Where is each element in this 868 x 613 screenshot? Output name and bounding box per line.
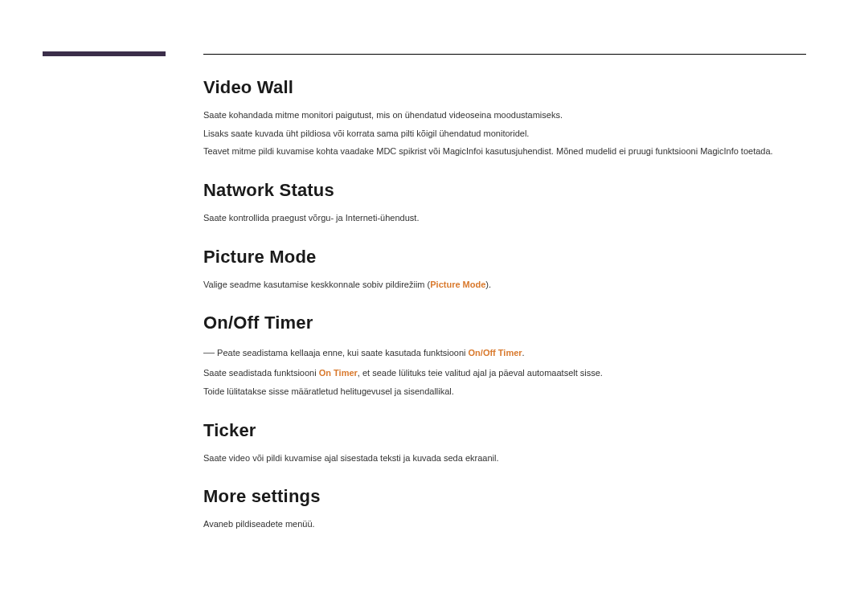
heading-video-wall: Video Wall	[203, 77, 806, 98]
highlight-picture-mode: Picture Mode	[430, 280, 485, 289]
text: Teavet mitme pildi kuvamise kohta vaadak…	[203, 144, 806, 159]
section-on-off-timer: On/Off Timer ― Peate seadistama kellaaja…	[203, 313, 806, 398]
text: Saate video või pildi kuvamise ajal sise…	[203, 451, 806, 466]
text: Lisaks saate kuvada üht pildiosa või kor…	[203, 126, 806, 141]
highlight-on-timer: On Timer	[319, 368, 358, 378]
text-fragment: Peate seadistama kellaaja enne, kui saat…	[217, 348, 468, 358]
text: Saate kontrollida praegust võrgu- ja Int…	[203, 210, 806, 226]
text: Valige seadme kasutamise keskkonnale sob…	[203, 277, 806, 292]
heading-ticker: Ticker	[203, 420, 806, 441]
text-fragment: .	[522, 348, 525, 358]
page-content: Video Wall Saate kohandada mitme monitor…	[203, 77, 806, 553]
note-dash-icon: ―	[203, 345, 215, 358]
section-ticker: Ticker Saate video või pildi kuvamise aj…	[203, 420, 806, 466]
page-tab-marker	[43, 51, 166, 56]
text: Saate kohandada mitme monitori paigutust…	[203, 108, 806, 123]
text-fragment: ).	[485, 280, 491, 289]
section-video-wall: Video Wall Saate kohandada mitme monitor…	[203, 77, 806, 159]
text-fragment: Saate seadistada funktsiooni	[203, 368, 319, 378]
text: Saate seadistada funktsiooni On Timer, e…	[203, 366, 806, 381]
heading-more-settings: More settings	[203, 486, 806, 507]
section-network-status: Natwork Status Saate kontrollida praegus…	[203, 180, 806, 226]
section-picture-mode: Picture Mode Valige seadme kasutamise ke…	[203, 247, 806, 292]
note: ― Peate seadistama kellaaja enne, kui sa…	[203, 343, 806, 362]
text: Avaneb pildiseadete menüü.	[203, 517, 806, 532]
heading-on-off-timer: On/Off Timer	[203, 313, 806, 333]
heading-network-status: Natwork Status	[203, 180, 806, 201]
heading-picture-mode: Picture Mode	[203, 247, 806, 268]
highlight-on-off-timer: On/Off Timer	[469, 348, 522, 358]
text-fragment: , et seade lülituks teie valitud ajal ja…	[358, 368, 603, 378]
section-more-settings: More settings Avaneb pildiseadete menüü.	[203, 486, 806, 532]
text-fragment: Valige seadme kasutamise keskkonnale sob…	[203, 280, 430, 289]
top-divider	[203, 54, 806, 55]
text: Toide lülitatakse sisse määratletud heli…	[203, 384, 806, 399]
